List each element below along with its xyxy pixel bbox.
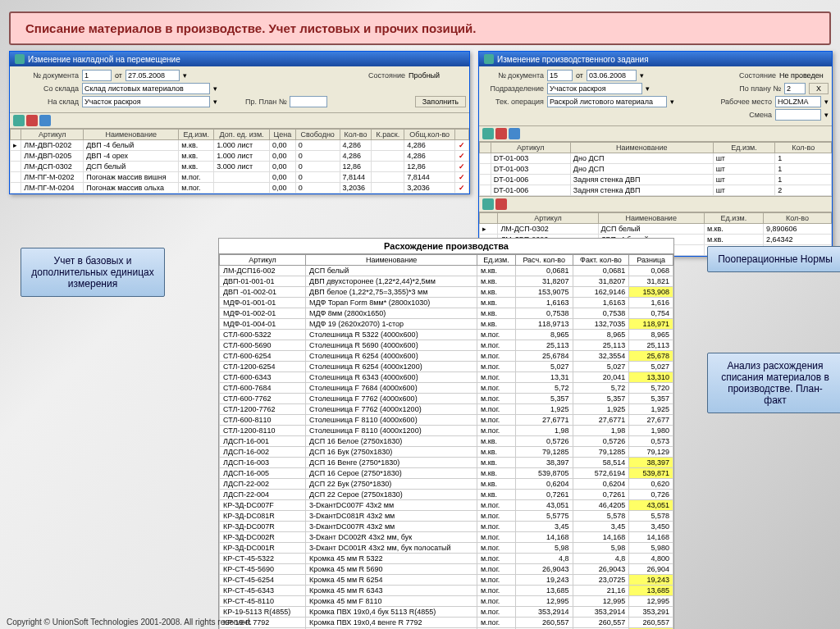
table-row[interactable]: МДФ-01-001-01МДФ Topan Form 8мм* (2800x1…: [220, 298, 673, 308]
window-icon: [484, 54, 494, 64]
table-row[interactable]: ЛМ-ДСП-0302ДСП белыйм.кв.3.000 лист0,000…: [11, 162, 469, 172]
grid-1[interactable]: АртикулНаименованиеЕд.изм.Доп. ед. изм.Ц…: [10, 129, 469, 194]
iconbar-2: [479, 126, 832, 142]
tek-label: Тек. операция: [482, 98, 544, 106]
doc-date-input-2[interactable]: [587, 70, 637, 81]
titlebar-2[interactable]: Изменение производственного задания: [479, 52, 832, 66]
table-row[interactable]: ЛДСП-16-002ДСП 16 Бук (2750x1830)м.кв.79…: [220, 447, 673, 458]
smena-input[interactable]: [775, 109, 821, 121]
doc-no-input-2[interactable]: [547, 70, 573, 81]
table-row[interactable]: МДФ-01-004-01МДФ 19 (2620x2070) 1-сторм.…: [220, 319, 673, 330]
delete-icon[interactable]: [26, 115, 38, 126]
tek-input[interactable]: [547, 96, 667, 107]
table-row[interactable]: СТЛ-600-6343Столешница R 6343 (4000x600)…: [220, 372, 673, 383]
table-row[interactable]: ЛМ-ПГ-М-0204Погонаж массив ольхам.пог.0,…: [11, 183, 469, 194]
table-row[interactable]: СТЛ-600-7762Столешница F 7762 (4000x600)…: [220, 394, 673, 404]
table-row[interactable]: КР-СТ-45-5690Кромка 45 мм R 5690м.пог.26…: [220, 564, 673, 575]
add-icon[interactable]: [13, 115, 25, 126]
fill-button[interactable]: Заполнить: [415, 96, 466, 107]
ot-label: от: [115, 71, 122, 80]
table-row[interactable]: КР-3Д-DC001R3-Dкант DC001R 43x2 мм, бук …: [220, 543, 673, 554]
iconbar-1: [10, 113, 469, 129]
table-row[interactable]: СТЛ-1200-7762Столешница F 7762 (4000x120…: [220, 404, 673, 415]
sost-label: Состояние: [299, 71, 405, 80]
so-label: Со склада: [13, 84, 79, 93]
table-row[interactable]: КР-3Д-DC007F3-DкантDC007F 43x2 ммм.пог.4…: [220, 500, 673, 511]
table-row[interactable]: КР-СТ-45-6254Кромка 45 мм R 6254м.пог.19…: [220, 575, 673, 586]
report-grid[interactable]: АртикулНаименованиеЕд.изм.Расч. кол-воФа…: [219, 254, 673, 629]
table-row[interactable]: КР-СТ-45-8110Кромка 45 мм F 8110м.пог.12…: [220, 596, 673, 607]
refresh-icon[interactable]: [39, 115, 51, 126]
table-row[interactable]: ЛДСП-16-001ДСП 16 Белое (2750x1830)м.кв.…: [220, 436, 673, 447]
prplan-label: Пр. План №: [245, 98, 286, 106]
table-row[interactable]: СТЛ-1200-6254Столешница R 6254 (4000x120…: [220, 362, 673, 372]
table-row[interactable]: СТЛ-600-6254Столешница R 6254 (4000x600)…: [220, 351, 673, 362]
table-row[interactable]: DT-01-006Задняя стенка ДВПшт1: [480, 175, 832, 185]
table-row[interactable]: КР-3Д-DC007R3-DкантDC007R 43x2 ммм.пог.3…: [220, 522, 673, 532]
so-input[interactable]: [82, 83, 210, 94]
na-label: На склад: [13, 98, 79, 106]
table-row[interactable]: КР-3Д-DC081R3-DкантDC081R 43x2 ммм.пог.5…: [220, 511, 673, 522]
callout-units: Учет в базовых и дополнительных единицах…: [21, 248, 165, 297]
rab-label: Рабочее место: [720, 98, 772, 106]
refresh-icon[interactable]: [509, 128, 520, 139]
table-row[interactable]: ▸ЛМ-ДСП-0302ДСП белыйм.кв.9,890606: [480, 224, 832, 235]
table-row[interactable]: ДВП-01-001-01ДВП двухсторонее (1,22*2,44…: [220, 276, 673, 287]
table-row[interactable]: СТЛ-600-5322Столешница R 5322 (4000x600)…: [220, 330, 673, 340]
table-row[interactable]: ДВП -01-002-01ДВП белое (1,22*2,75=3,355…: [220, 287, 673, 298]
table-row[interactable]: ЛДСП-22-002ДСП 22 Бук (2750*1830)м.кв.0,…: [220, 479, 673, 490]
table-row[interactable]: ▸ЛМ-ДВП-0202ДВП -4 белыйм.кв.1.000 лист0…: [11, 140, 469, 151]
table-row[interactable]: DT-01-003Дно ДСПшт1: [480, 153, 832, 164]
table-row[interactable]: ЛДСП-22-004ДСП 22 Серое (2750x1830)м.кв.…: [220, 490, 673, 500]
table-row[interactable]: СТЛ-1200-8110Столешница F 8110 (4000x120…: [220, 426, 673, 436]
rab-input[interactable]: [775, 96, 821, 107]
prplan-input[interactable]: [290, 96, 327, 107]
podr-input[interactable]: [547, 83, 642, 94]
callout-analysis: Анализ расхождения списания материалов в…: [707, 353, 840, 413]
table-row[interactable]: МДФ-01-002-01МДФ 8мм (2800x1650)м.кв.0,7…: [220, 308, 673, 319]
titlebar-1[interactable]: Изменение накладной на перемещение: [10, 52, 469, 66]
table-row[interactable]: DT-01-006Задняя стенка ДВПшт2: [480, 185, 832, 196]
ot-label-2: от: [576, 71, 583, 80]
window-title-1: Изменение накладной на перемещение: [28, 55, 180, 64]
sost-value-2: Не проведен: [779, 71, 829, 80]
table-row[interactable]: СТЛ-600-8110Столешница F 8110 (4000x600)…: [220, 415, 673, 426]
podr-label: Подразделение: [482, 84, 544, 93]
table-row[interactable]: ЛМ-ПГ-М-0202Погонаж массив вишням.пог.0,…: [11, 172, 469, 183]
callout-norms: Пооперационные Нормы: [707, 246, 840, 272]
delete-icon[interactable]: [495, 198, 507, 210]
copyright: Copyright © UnionSoft Technologies 2001-…: [7, 618, 252, 627]
toolbar-1: № документа от ▾ Состояние Пробный Со ск…: [10, 66, 469, 113]
table-row[interactable]: DT-01-003Дно ДСПшт1: [480, 164, 832, 175]
table-row[interactable]: ЛМ-ДСП16-002ДСП белыйм.кв.0,06810,06810,…: [220, 266, 673, 276]
add-icon[interactable]: [482, 128, 494, 139]
page-title: Списание материалов в производстве. Учет…: [9, 11, 831, 45]
doc-no-input[interactable]: [82, 70, 112, 81]
table-row[interactable]: КР-СТ-45-6343Кромка 45 мм R 6343м.пог.13…: [220, 586, 673, 596]
toolbar-2: № документа от ▾ Состояние Не проведен П…: [479, 66, 832, 126]
doc-date-input[interactable]: [126, 70, 180, 81]
report-table: Расхождение производства АртикулНаименов…: [218, 238, 674, 629]
table-row[interactable]: КР-3Д-DC002R3-Dкант DC002R 43x2 мм, букм…: [220, 532, 673, 543]
report-title: Расхождение производства: [219, 239, 673, 254]
table-row[interactable]: ЛМ-ДВП-0205ДВП -4 орехм.кв.1.000 лист0,0…: [11, 151, 469, 162]
plan-label: По плану №: [739, 84, 781, 93]
table-row[interactable]: КР-СТ-45-5322Кромка 45 мм R 5322м.пог.4,…: [220, 554, 673, 564]
table-row[interactable]: СТЛ-600-5690Столешница R 5690 (4000x600)…: [220, 340, 673, 351]
clear-plan-button[interactable]: X: [809, 83, 829, 94]
table-row[interactable]: СТЛ-600-7684Столешница F 7684 (4000x600)…: [220, 383, 673, 394]
sost-value: Пробный: [409, 71, 466, 80]
table-row[interactable]: ЛДСП-16-003ДСП 16 Венге (2750*1830)м.кв.…: [220, 458, 673, 468]
delete-icon[interactable]: [495, 128, 507, 139]
table-row[interactable]: КР-19-5113 R(4855)Кромка ПВХ 19x0,4 бук …: [220, 607, 673, 618]
window-zadanie: Изменение производственного задания № до…: [478, 51, 833, 257]
plan-input[interactable]: [784, 83, 806, 94]
table-row[interactable]: ЛДСП-16-005ДСП 16 Серое (2750*1830)м.кв.…: [220, 468, 673, 479]
add-icon[interactable]: [482, 198, 494, 210]
window-icon: [15, 54, 25, 64]
sost-label-2: Состояние: [739, 71, 776, 80]
table-row[interactable]: КР-19-R 7792Кромка ПВХ 19x0,4 венге R 77…: [220, 618, 673, 628]
grid-2a[interactable]: АртикулНаименованиеЕд.изм.Кол-воDT-01-00…: [479, 142, 832, 196]
na-input[interactable]: [82, 96, 210, 107]
window-nakladnaya: Изменение накладной на перемещение № док…: [9, 51, 470, 194]
